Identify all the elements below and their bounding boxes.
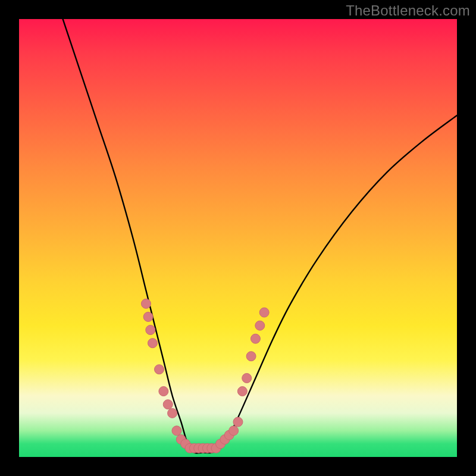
marker-point <box>250 334 260 343</box>
bottleneck-curve <box>63 19 457 453</box>
marker-point <box>242 374 252 383</box>
marker-point <box>159 387 168 396</box>
chart-frame: TheBottleneck.com <box>0 0 476 476</box>
marker-point <box>163 400 173 409</box>
marker-point <box>143 312 153 321</box>
plot-area <box>19 19 457 457</box>
marker-point <box>259 308 269 317</box>
marker-point <box>155 365 164 374</box>
marker-point <box>229 426 239 436</box>
marker-point <box>148 339 157 348</box>
marker-point <box>172 426 181 436</box>
chart-svg <box>19 19 457 457</box>
marker-point <box>255 321 265 330</box>
marker-point <box>146 325 155 335</box>
marker-point <box>168 408 177 418</box>
marker-point <box>237 387 247 396</box>
watermark-text: TheBottleneck.com <box>346 2 470 19</box>
highlighted-points <box>141 299 269 453</box>
marker-point <box>246 352 256 361</box>
marker-point <box>141 299 151 308</box>
marker-point <box>233 417 243 427</box>
